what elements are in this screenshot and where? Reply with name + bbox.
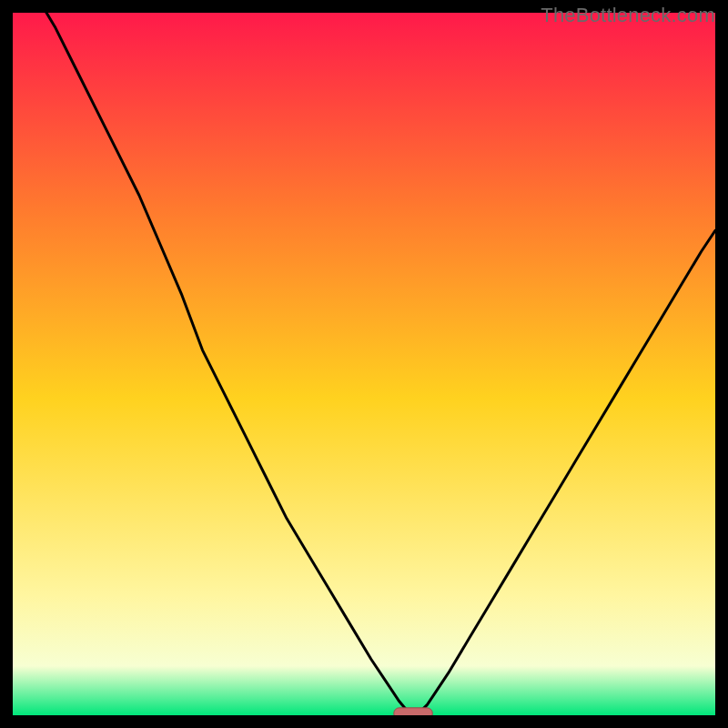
gradient-background	[13, 13, 715, 715]
bottleneck-chart	[13, 13, 715, 715]
optimum-marker	[394, 708, 432, 715]
chart-frame	[13, 13, 715, 715]
watermark-text: TheBottleneck.com	[541, 4, 715, 27]
